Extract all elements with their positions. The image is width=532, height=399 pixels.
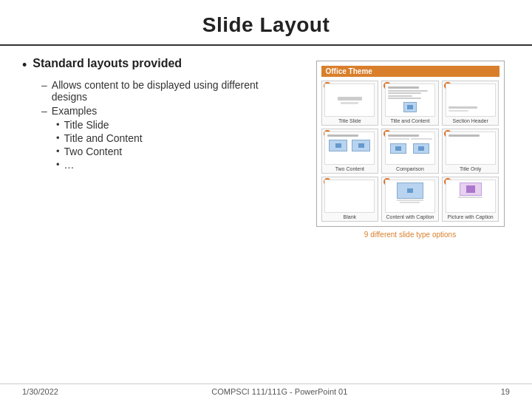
layout-grid: 1 Title Slide 2 [321,81,499,222]
layout-label-3: Section Header [453,118,488,123]
item-3: • Two Content [56,146,288,157]
item-text-3: Two Content [64,146,123,157]
item-text-1: Title Slide [64,119,109,131]
footer-course: COMPSCI 111/111G - PowerPoint 01 [211,387,347,396]
item-text-2: Title and Content [64,132,143,144]
layout-label-4: Two Content [335,166,364,171]
item-1: • Title Slide [56,119,288,131]
slide-container: Slide Layout • Standard layouts provided… [0,0,532,399]
footer-page: 19 [501,387,510,396]
dot-1: • [56,119,60,130]
mini-slide-4 [324,132,375,165]
sub-bullet-2: – Examples [41,105,288,117]
layout-label-9: Picture with Caption [448,214,494,219]
layout-label-7: Blank [344,214,357,219]
dot-4: • [56,159,60,170]
layout-item-8: 8 Content with Caption [381,177,439,222]
layout-item-4: 4 Two Conte [321,129,379,174]
mini-slide-6 [446,132,496,165]
mini-slide-9 [446,180,496,213]
layout-label-8: Content with Caption [386,214,434,219]
sub-sub-bullets: • Title Slide • Title and Content • Two … [56,119,288,171]
slide-title: Slide Layout [202,13,330,36]
mini-slide-3 [446,83,496,117]
layout-item-6: 6 Title Only [442,129,499,174]
dot-2: • [56,132,60,143]
content-area: • Standard layouts provided – Allows con… [0,46,532,383]
main-bullet-text: Standard layouts provided [33,57,182,70]
layout-item-7: 7 Blank [321,177,379,222]
layout-label-5: Comparison [396,166,424,171]
title-area: Slide Layout [0,0,532,46]
footer: 1/30/2022 COMPSCI 111/111G - PowerPoint … [0,383,532,399]
nine-types-text: 9 different slide type options [364,231,456,239]
mini-slide-7 [324,180,375,213]
item-text-4: … [64,159,75,171]
mini-slide-8 [385,180,435,213]
sub-text-1: Allows content to be displayed using dif… [52,79,288,103]
layout-label-2: Title and Content [390,118,429,123]
bullet-dot-1: • [22,58,27,73]
item-4: • … [56,159,288,171]
mini-slide-2 [385,83,435,117]
sub-text-2: Examples [52,105,97,117]
panel-header: Office Theme [321,66,499,77]
sub-bullets: – Allows content to be displayed using d… [41,79,288,171]
layout-item-9: 9 Picture with Caption [442,177,499,222]
layout-label-6: Title Only [460,166,481,171]
layout-item-1: 1 Title Slide [321,81,379,126]
dot-3: • [56,146,60,157]
layout-panel: Office Theme 1 Title Slide [316,61,505,227]
layout-label-1: Title Slide [338,118,361,123]
layout-item-2: 2 [381,81,439,126]
image-section: Office Theme 1 Title Slide [310,57,510,376]
layout-item-5: 5 [381,129,439,174]
sub-bullet-1: – Allows content to be displayed using d… [41,79,288,103]
footer-date: 1/30/2022 [22,387,58,396]
main-bullet: • Standard layouts provided [22,57,288,73]
dash-2: – [41,105,47,117]
text-section: • Standard layouts provided – Allows con… [22,57,296,376]
mini-slide-1 [324,83,375,117]
item-2: • Title and Content [56,132,288,144]
layout-item-3: 3 Section Header [442,81,499,126]
dash-1: – [41,79,47,91]
mini-slide-5 [385,132,435,165]
